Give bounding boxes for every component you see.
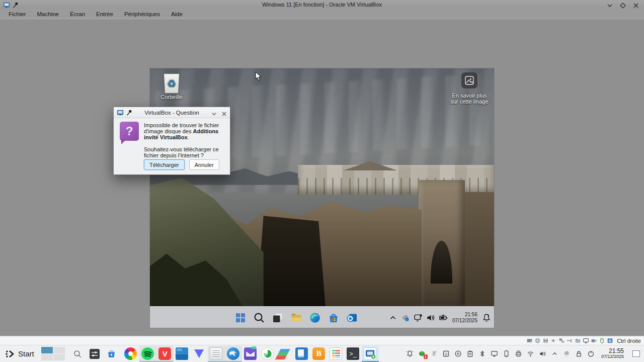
- terminal-icon: >_: [347, 347, 359, 360]
- settings-icon[interactable]: [88, 347, 101, 360]
- taskbar-app-office-writer[interactable]: [293, 346, 310, 362]
- recording-status-icon[interactable]: [591, 337, 597, 344]
- notifications-bell-icon[interactable]: [406, 350, 414, 357]
- hard-disk-status-icon[interactable]: [526, 337, 533, 344]
- taskbar-app-green-swirl[interactable]: [259, 346, 276, 362]
- audio-status-icon[interactable]: [550, 337, 557, 344]
- menu-item-ecran[interactable]: Écran: [64, 10, 91, 18]
- menu-item-aide[interactable]: Aide: [166, 10, 188, 18]
- svg-text:i: i: [407, 317, 407, 321]
- show-desktop-button[interactable]: [632, 350, 640, 357]
- power-management-icon[interactable]: [587, 350, 595, 357]
- task-view-button[interactable]: [272, 312, 284, 324]
- svg-text:z: z: [488, 313, 490, 317]
- dialog-close-icon[interactable]: [221, 110, 227, 115]
- store-button[interactable]: [328, 312, 340, 324]
- tray-chevron-up-icon[interactable]: [551, 350, 558, 357]
- search-icon[interactable]: [71, 347, 84, 360]
- virtualbox-titlebar[interactable]: Windows 11 [En fonction] - Oracle VM Vir…: [0, 0, 644, 9]
- file-explorer-button[interactable]: [290, 312, 302, 324]
- taskbar-app-spotify[interactable]: [139, 346, 156, 362]
- display-icon[interactable]: [491, 350, 498, 357]
- download-button[interactable]: Télécharger: [144, 159, 185, 170]
- phone-link-icon[interactable]: [503, 350, 510, 357]
- bluetooth-icon[interactable]: [478, 350, 486, 357]
- close-icon[interactable]: [633, 2, 639, 8]
- taskbar-app-terminal[interactable]: >_: [345, 346, 362, 362]
- media-pause-icon[interactable]: [454, 350, 462, 357]
- outlook-button[interactable]: [346, 312, 358, 324]
- volume-icon[interactable]: [426, 313, 435, 322]
- tray-chevron-up-icon[interactable]: [388, 313, 397, 322]
- taskbar-app-v-app[interactable]: [191, 346, 208, 362]
- printer-icon[interactable]: [515, 350, 522, 357]
- menu-item-machine[interactable]: Machine: [32, 10, 64, 18]
- taskbar-app-notes[interactable]: [208, 346, 225, 362]
- screen-layout-icon[interactable]: [442, 350, 450, 357]
- usb-status-icon[interactable]: [567, 337, 573, 344]
- taskbar-app-thunderbird[interactable]: [225, 346, 242, 362]
- maximize-icon[interactable]: [620, 2, 626, 8]
- battery-icon[interactable]: [439, 313, 448, 322]
- edge-button[interactable]: [309, 312, 321, 324]
- menu-item-fichier[interactable]: Fichier: [3, 10, 32, 18]
- display-status-icon[interactable]: [583, 337, 589, 344]
- keyboard-status-icon[interactable]: [607, 337, 613, 344]
- desktop-icon-spotlight-info[interactable]: En savoir plus sur cette image: [448, 72, 491, 105]
- microphone-muted-icon[interactable]: [430, 350, 438, 357]
- volume-icon[interactable]: [539, 350, 546, 357]
- dialog-minimize-icon[interactable]: [211, 110, 217, 115]
- floppy-disk-status-icon[interactable]: [542, 337, 549, 344]
- desktop-4[interactable]: [53, 354, 65, 360]
- taskbar-app-layers[interactable]: [276, 346, 293, 362]
- taskbar-app-file-manager[interactable]: [174, 346, 191, 362]
- desktop-1[interactable]: [41, 347, 53, 353]
- search-button[interactable]: [253, 312, 265, 324]
- start-button[interactable]: [234, 312, 247, 324]
- desktop-2[interactable]: [53, 347, 65, 353]
- host-clock-time: 21:55: [601, 348, 624, 354]
- mail-icon: [244, 347, 257, 360]
- desktop-3[interactable]: [41, 354, 53, 360]
- virtualbox-question-dialog: VirtualBox - Question ? Impossible de tr…: [113, 107, 230, 175]
- onedrive-icon[interactable]: i: [401, 313, 410, 322]
- virtualbox-statusbar: Ctrl droite: [0, 336, 644, 345]
- screen-lock-icon[interactable]: [575, 350, 583, 357]
- clipboard-icon[interactable]: [466, 350, 474, 357]
- windows-clock-date: 07/12/2025: [452, 318, 477, 324]
- menu-item-peripheriques[interactable]: Périphériques: [119, 10, 166, 18]
- desktop-icon-recycle-bin[interactable]: ♻ Corbeille: [150, 74, 193, 100]
- recycle-bin-icon: ♻: [163, 74, 180, 93]
- taskbar-app-b-app[interactable]: B: [310, 346, 328, 362]
- software-updates-icon[interactable]: 1: [418, 350, 426, 357]
- window-title: Windows 11 [En fonction] - Oracle VM Vir…: [0, 2, 644, 8]
- dialog-question-text: Souhaitez-vous télécharger ce fichier de…: [144, 146, 227, 158]
- wifi-icon[interactable]: [527, 350, 534, 357]
- network-display-icon[interactable]: [414, 313, 423, 322]
- windows-clock[interactable]: 21:56 07/12/2025: [451, 312, 478, 324]
- dialog-message: Impossible de trouver le fichier d'image…: [144, 122, 227, 158]
- notification-bell-icon[interactable]: z: [482, 313, 491, 322]
- shared-folders-status-icon[interactable]: [575, 337, 581, 344]
- mouse-integration-status-icon[interactable]: [599, 337, 605, 344]
- software-store-icon[interactable]: [105, 347, 118, 360]
- minimize-icon[interactable]: [607, 2, 613, 8]
- taskbar-app-mail[interactable]: [242, 346, 259, 362]
- taskbar-app-calculator[interactable]: [328, 346, 345, 362]
- optical-disc-status-icon[interactable]: [534, 337, 541, 344]
- updates-badge: 1: [424, 354, 428, 359]
- host-clock[interactable]: 21:55 07/12/2025: [601, 348, 624, 359]
- menu-item-entree[interactable]: Entrée: [91, 10, 119, 18]
- start-button[interactable]: Start: [2, 346, 37, 361]
- cancel-button[interactable]: Annuler: [189, 159, 219, 170]
- dialog-titlebar[interactable]: VirtualBox - Question: [114, 107, 230, 118]
- taskbar-app-virtualbox[interactable]: [362, 346, 379, 362]
- windows-system-tray: i 21:56 07/12/2025 z: [388, 307, 491, 328]
- taskbar-app-vivaldi[interactable]: V: [156, 346, 174, 362]
- network-status-icon[interactable]: [558, 337, 565, 344]
- host-clock-date: 07/12/2025: [601, 354, 624, 359]
- taskbar-app-color-wheel[interactable]: [122, 346, 139, 362]
- weather-icon[interactable]: [563, 350, 571, 357]
- desktop-icon-label: En savoir plus sur cette image: [448, 93, 491, 105]
- virtual-desktop-pager[interactable]: [41, 347, 65, 360]
